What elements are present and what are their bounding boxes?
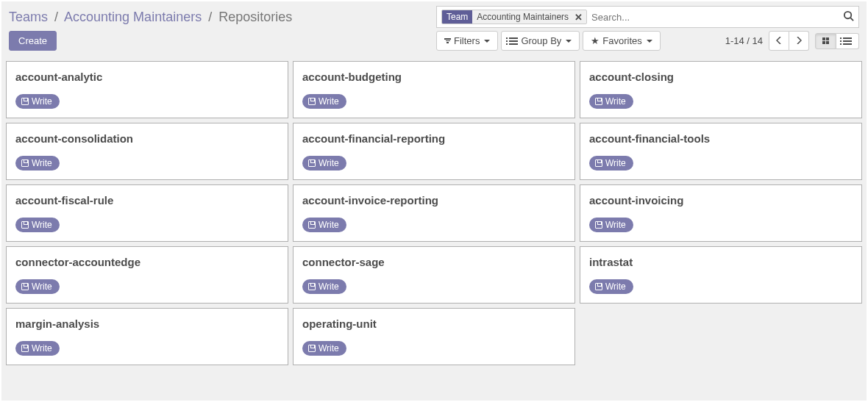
write-button[interactable]: Write bbox=[302, 279, 346, 294]
pager-range: 1-14 / 14 bbox=[725, 35, 763, 46]
filters-button[interactable]: Filters bbox=[436, 31, 498, 51]
save-icon bbox=[308, 98, 316, 105]
write-label: Write bbox=[319, 220, 339, 230]
repo-card[interactable]: connector-accountedgeWrite bbox=[6, 246, 288, 304]
repo-name: account-financial-tools bbox=[589, 132, 853, 145]
chevron-down-icon bbox=[647, 40, 652, 43]
save-icon bbox=[21, 221, 29, 229]
facet-value: Accounting Maintainers bbox=[472, 10, 573, 24]
repo-name: account-financial-reporting bbox=[302, 132, 566, 145]
repo-name: margin-analysis bbox=[15, 317, 279, 330]
write-label: Write bbox=[319, 281, 339, 292]
search-bar[interactable]: Team Accounting Maintainers ✕ bbox=[436, 6, 859, 28]
repo-name: operating-unit bbox=[302, 317, 566, 330]
repo-name: account-invoicing bbox=[589, 194, 853, 207]
repo-card[interactable]: account-closingWrite bbox=[580, 61, 862, 118]
write-button[interactable]: Write bbox=[15, 156, 60, 171]
create-button[interactable]: Create bbox=[9, 31, 57, 51]
save-icon bbox=[21, 345, 29, 352]
repo-name: account-budgeting bbox=[302, 71, 566, 83]
save-icon bbox=[595, 98, 602, 105]
repo-card[interactable]: operating-unitWrite bbox=[293, 308, 575, 365]
pager: 1-14 / 14 bbox=[725, 31, 859, 51]
breadcrumb-sep-icon: / bbox=[54, 10, 58, 24]
repo-name: account-invoice-reporting bbox=[302, 194, 566, 207]
write-button[interactable]: Write bbox=[302, 156, 346, 171]
favorites-button[interactable]: ★ Favorites bbox=[583, 31, 660, 51]
write-button[interactable]: Write bbox=[589, 94, 633, 109]
write-label: Write bbox=[319, 158, 339, 168]
write-button[interactable]: Write bbox=[302, 94, 346, 109]
save-icon bbox=[308, 159, 316, 167]
search-input[interactable] bbox=[587, 10, 843, 24]
repo-card[interactable]: account-fiscal-ruleWrite bbox=[6, 184, 288, 242]
repo-card[interactable]: account-invoice-reportingWrite bbox=[293, 184, 575, 242]
save-icon bbox=[21, 283, 29, 290]
repo-card[interactable]: account-consolidationWrite bbox=[6, 123, 288, 180]
write-label: Write bbox=[32, 96, 52, 107]
write-button[interactable]: Write bbox=[589, 279, 633, 294]
write-button[interactable]: Write bbox=[302, 218, 346, 232]
breadcrumb-teams[interactable]: Teams bbox=[9, 10, 48, 24]
facet-label: Team bbox=[442, 10, 472, 24]
write-label: Write bbox=[605, 158, 626, 168]
repo-card[interactable]: account-budgetingWrite bbox=[293, 61, 575, 118]
list-view-button[interactable] bbox=[836, 33, 859, 49]
star-icon: ★ bbox=[591, 35, 600, 46]
repo-card[interactable]: connector-sageWrite bbox=[293, 246, 575, 304]
repo-name: account-consolidation bbox=[15, 132, 279, 145]
write-button[interactable]: Write bbox=[15, 94, 60, 109]
pager-prev-button[interactable] bbox=[769, 31, 789, 51]
list-icon bbox=[509, 37, 518, 45]
write-button[interactable]: Write bbox=[589, 156, 633, 171]
kanban-icon bbox=[822, 37, 829, 44]
write-button[interactable]: Write bbox=[589, 218, 633, 232]
repo-name: account-analytic bbox=[15, 71, 279, 83]
save-icon bbox=[308, 345, 316, 352]
group-by-button[interactable]: Group By bbox=[501, 31, 580, 51]
search-facet: Team Accounting Maintainers ✕ bbox=[441, 10, 587, 24]
write-label: Write bbox=[319, 96, 339, 107]
repo-card[interactable]: account-financial-reportingWrite bbox=[293, 123, 575, 180]
facet-remove-icon[interactable]: ✕ bbox=[573, 12, 586, 23]
pager-next-button[interactable] bbox=[789, 31, 809, 51]
chevron-down-icon bbox=[566, 40, 572, 43]
write-label: Write bbox=[605, 281, 626, 292]
search-icon[interactable] bbox=[843, 10, 854, 24]
repo-name: connector-sage bbox=[302, 256, 566, 268]
filters-label: Filters bbox=[454, 35, 480, 46]
write-button[interactable]: Write bbox=[15, 218, 60, 232]
write-label: Write bbox=[605, 96, 626, 107]
repo-name: connector-accountedge bbox=[15, 256, 279, 268]
repo-card[interactable]: account-analyticWrite bbox=[6, 61, 288, 118]
breadcrumb-sep-icon: / bbox=[208, 10, 212, 24]
save-icon bbox=[595, 283, 602, 290]
repo-name: account-fiscal-rule bbox=[15, 194, 279, 207]
breadcrumb-current: Repositories bbox=[218, 10, 292, 24]
write-button[interactable]: Write bbox=[15, 341, 60, 356]
repo-name: intrastat bbox=[589, 256, 853, 268]
repo-card[interactable]: margin-analysisWrite bbox=[6, 308, 288, 365]
save-icon bbox=[308, 221, 316, 229]
save-icon bbox=[308, 283, 316, 290]
chevron-down-icon bbox=[484, 40, 490, 43]
svg-point-0 bbox=[844, 12, 851, 18]
breadcrumb-parent[interactable]: Accounting Maintainers bbox=[64, 10, 202, 24]
write-label: Write bbox=[605, 220, 626, 230]
write-label: Write bbox=[32, 220, 52, 230]
list-icon bbox=[843, 37, 852, 45]
favorites-label: Favorites bbox=[602, 35, 641, 46]
save-icon bbox=[21, 159, 29, 167]
repo-name: account-closing bbox=[589, 71, 853, 83]
repo-card[interactable]: intrastatWrite bbox=[580, 246, 862, 304]
save-icon bbox=[21, 98, 29, 105]
write-button[interactable]: Write bbox=[302, 341, 346, 356]
write-label: Write bbox=[319, 343, 339, 353]
kanban-view-button[interactable] bbox=[815, 33, 836, 49]
write-button[interactable]: Write bbox=[15, 279, 60, 294]
repo-card[interactable]: account-invoicingWrite bbox=[580, 184, 862, 242]
write-label: Write bbox=[32, 281, 52, 292]
kanban-grid: account-analyticWriteaccount-budgetingWr… bbox=[6, 61, 862, 365]
repo-card[interactable]: account-financial-toolsWrite bbox=[580, 123, 862, 180]
group-by-label: Group By bbox=[521, 35, 561, 46]
